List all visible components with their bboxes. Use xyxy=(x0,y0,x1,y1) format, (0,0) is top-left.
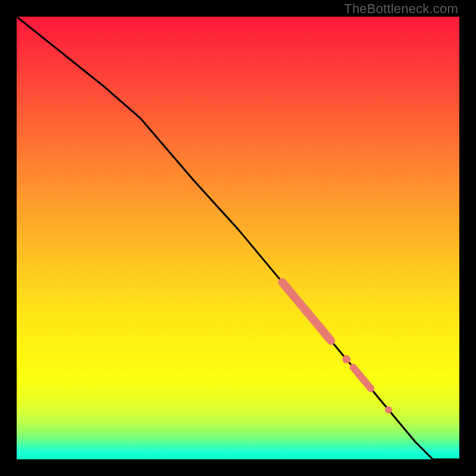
series-layer xyxy=(17,17,459,459)
highlight-dot-3 xyxy=(385,406,392,414)
highlight-segment-0 xyxy=(282,282,331,340)
chart-overlay xyxy=(17,17,459,459)
plot-area xyxy=(17,17,459,459)
series-bottleneck-curve xyxy=(17,17,459,459)
chart-canvas: TheBottleneck.com xyxy=(0,0,476,476)
highlight-dot-1 xyxy=(342,355,350,364)
highlight-segment-2 xyxy=(353,367,371,389)
watermark-label: TheBottleneck.com xyxy=(344,1,458,17)
